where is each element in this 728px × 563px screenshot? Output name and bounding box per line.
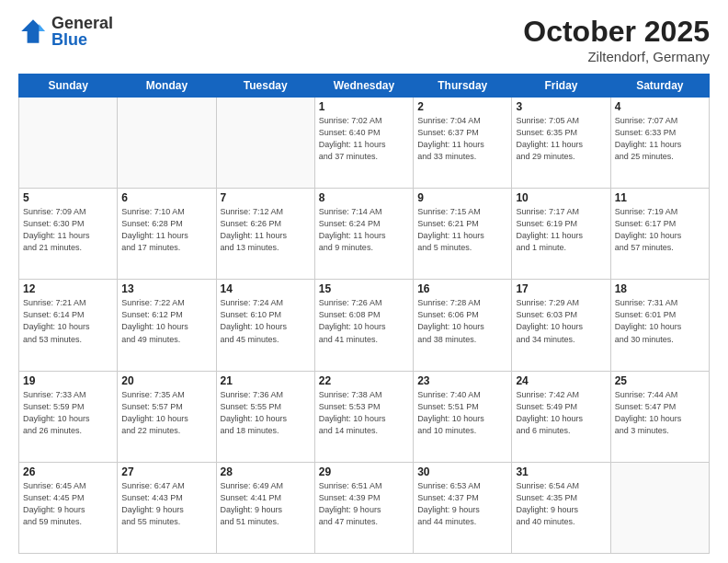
day-number: 25: [615, 374, 705, 387]
calendar-week-row: 19Sunrise: 7:33 AM Sunset: 5:59 PM Dayli…: [19, 371, 710, 462]
calendar-cell: 18Sunrise: 7:31 AM Sunset: 6:01 PM Dayli…: [610, 280, 709, 371]
day-info: Sunrise: 7:02 AM Sunset: 6:40 PM Dayligh…: [319, 115, 409, 163]
day-of-week-header: Monday: [118, 75, 216, 98]
day-number: 6: [121, 191, 211, 204]
calendar-week-row: 5Sunrise: 7:09 AM Sunset: 6:30 PM Daylig…: [19, 189, 710, 280]
day-info: Sunrise: 7:15 AM Sunset: 6:21 PM Dayligh…: [417, 206, 507, 254]
calendar-header-row: SundayMondayTuesdayWednesdayThursdayFrid…: [19, 75, 710, 98]
calendar-cell: 3Sunrise: 7:05 AM Sunset: 6:35 PM Daylig…: [512, 98, 610, 189]
calendar-cell: 20Sunrise: 7:35 AM Sunset: 5:57 PM Dayli…: [118, 371, 216, 462]
day-number: 12: [23, 282, 113, 295]
day-number: 16: [417, 282, 507, 295]
calendar-cell: 16Sunrise: 7:28 AM Sunset: 6:06 PM Dayli…: [414, 280, 512, 371]
calendar-week-row: 26Sunrise: 6:45 AM Sunset: 4:45 PM Dayli…: [19, 462, 710, 553]
day-info: Sunrise: 6:45 AM Sunset: 4:45 PM Dayligh…: [23, 480, 113, 528]
logo-text: General Blue: [51, 15, 113, 48]
calendar-cell: 31Sunrise: 6:54 AM Sunset: 4:35 PM Dayli…: [512, 462, 610, 553]
calendar-cell: 12Sunrise: 7:21 AM Sunset: 6:14 PM Dayli…: [19, 280, 118, 371]
title-block: October 2025 Ziltendorf, Germany: [523, 15, 710, 64]
svg-marker-1: [39, 24, 44, 31]
day-of-week-header: Tuesday: [216, 75, 314, 98]
calendar-cell: 14Sunrise: 7:24 AM Sunset: 6:10 PM Dayli…: [216, 280, 314, 371]
calendar-cell: 24Sunrise: 7:42 AM Sunset: 5:49 PM Dayli…: [512, 371, 610, 462]
calendar-cell: 25Sunrise: 7:44 AM Sunset: 5:47 PM Dayli…: [610, 371, 709, 462]
day-info: Sunrise: 7:28 AM Sunset: 6:06 PM Dayligh…: [417, 297, 507, 345]
day-number: 11: [615, 191, 705, 204]
calendar-cell: 13Sunrise: 7:22 AM Sunset: 6:12 PM Dayli…: [118, 280, 216, 371]
calendar-cell: 2Sunrise: 7:04 AM Sunset: 6:37 PM Daylig…: [414, 98, 512, 189]
location: Ziltendorf, Germany: [523, 49, 710, 64]
calendar-cell: 1Sunrise: 7:02 AM Sunset: 6:40 PM Daylig…: [314, 98, 413, 189]
day-number: 21: [221, 374, 311, 387]
logo-icon: [18, 17, 48, 46]
calendar-cell: 4Sunrise: 7:07 AM Sunset: 6:33 PM Daylig…: [610, 98, 709, 189]
day-info: Sunrise: 7:12 AM Sunset: 6:26 PM Dayligh…: [221, 206, 311, 254]
day-of-week-header: Saturday: [610, 75, 709, 98]
day-info: Sunrise: 7:36 AM Sunset: 5:55 PM Dayligh…: [221, 389, 311, 437]
calendar-week-row: 1Sunrise: 7:02 AM Sunset: 6:40 PM Daylig…: [19, 98, 710, 189]
calendar-cell: 17Sunrise: 7:29 AM Sunset: 6:03 PM Dayli…: [512, 280, 610, 371]
calendar-cell: [118, 98, 216, 189]
day-number: 1: [319, 100, 409, 113]
day-info: Sunrise: 6:49 AM Sunset: 4:41 PM Dayligh…: [221, 480, 311, 528]
day-info: Sunrise: 7:17 AM Sunset: 6:19 PM Dayligh…: [516, 206, 606, 254]
day-of-week-header: Thursday: [414, 75, 512, 98]
calendar-cell: 5Sunrise: 7:09 AM Sunset: 6:30 PM Daylig…: [19, 189, 118, 280]
day-number: 31: [516, 465, 606, 478]
calendar-cell: [610, 462, 709, 553]
calendar-cell: 19Sunrise: 7:33 AM Sunset: 5:59 PM Dayli…: [19, 371, 118, 462]
day-info: Sunrise: 7:04 AM Sunset: 6:37 PM Dayligh…: [417, 115, 507, 163]
day-number: 5: [23, 191, 113, 204]
day-info: Sunrise: 7:19 AM Sunset: 6:17 PM Dayligh…: [615, 206, 705, 254]
day-number: 14: [221, 282, 311, 295]
calendar-cell: 27Sunrise: 6:47 AM Sunset: 4:43 PM Dayli…: [118, 462, 216, 553]
day-info: Sunrise: 6:51 AM Sunset: 4:39 PM Dayligh…: [319, 480, 409, 528]
day-number: 19: [23, 374, 113, 387]
day-info: Sunrise: 6:53 AM Sunset: 4:37 PM Dayligh…: [417, 480, 507, 528]
day-of-week-header: Wednesday: [314, 75, 413, 98]
day-info: Sunrise: 7:14 AM Sunset: 6:24 PM Dayligh…: [319, 206, 409, 254]
day-number: 24: [516, 374, 606, 387]
logo-general-text: General: [51, 15, 113, 31]
day-info: Sunrise: 7:22 AM Sunset: 6:12 PM Dayligh…: [121, 297, 211, 345]
page: General Blue October 2025 Ziltendorf, Ge…: [0, 0, 728, 563]
calendar-cell: 15Sunrise: 7:26 AM Sunset: 6:08 PM Dayli…: [314, 280, 413, 371]
day-number: 27: [121, 465, 211, 478]
day-of-week-header: Sunday: [19, 75, 118, 98]
day-number: 17: [516, 282, 606, 295]
day-number: 22: [319, 374, 409, 387]
day-number: 26: [23, 465, 113, 478]
day-number: 23: [417, 374, 507, 387]
day-info: Sunrise: 7:40 AM Sunset: 5:51 PM Dayligh…: [417, 389, 507, 437]
calendar-cell: 21Sunrise: 7:36 AM Sunset: 5:55 PM Dayli…: [216, 371, 314, 462]
calendar-table: SundayMondayTuesdayWednesdayThursdayFrid…: [18, 74, 710, 554]
day-number: 20: [121, 374, 211, 387]
day-info: Sunrise: 7:31 AM Sunset: 6:01 PM Dayligh…: [615, 297, 705, 345]
day-number: 29: [319, 465, 409, 478]
day-info: Sunrise: 7:42 AM Sunset: 5:49 PM Dayligh…: [516, 389, 606, 437]
day-info: Sunrise: 7:21 AM Sunset: 6:14 PM Dayligh…: [23, 297, 113, 345]
day-number: 3: [516, 100, 606, 113]
day-info: Sunrise: 7:35 AM Sunset: 5:57 PM Dayligh…: [121, 389, 211, 437]
day-info: Sunrise: 7:33 AM Sunset: 5:59 PM Dayligh…: [23, 389, 113, 437]
calendar-cell: 10Sunrise: 7:17 AM Sunset: 6:19 PM Dayli…: [512, 189, 610, 280]
day-info: Sunrise: 7:29 AM Sunset: 6:03 PM Dayligh…: [516, 297, 606, 345]
calendar-week-row: 12Sunrise: 7:21 AM Sunset: 6:14 PM Dayli…: [19, 280, 710, 371]
day-info: Sunrise: 7:26 AM Sunset: 6:08 PM Dayligh…: [319, 297, 409, 345]
day-number: 28: [221, 465, 311, 478]
day-number: 9: [417, 191, 507, 204]
day-info: Sunrise: 7:44 AM Sunset: 5:47 PM Dayligh…: [615, 389, 705, 437]
calendar-cell: 23Sunrise: 7:40 AM Sunset: 5:51 PM Dayli…: [414, 371, 512, 462]
day-number: 13: [121, 282, 211, 295]
calendar-cell: 8Sunrise: 7:14 AM Sunset: 6:24 PM Daylig…: [314, 189, 413, 280]
day-info: Sunrise: 7:24 AM Sunset: 6:10 PM Dayligh…: [221, 297, 311, 345]
day-number: 2: [417, 100, 507, 113]
day-number: 4: [615, 100, 705, 113]
day-info: Sunrise: 6:54 AM Sunset: 4:35 PM Dayligh…: [516, 480, 606, 528]
calendar-cell: [216, 98, 314, 189]
logo: General Blue: [18, 15, 113, 48]
day-number: 18: [615, 282, 705, 295]
day-number: 30: [417, 465, 507, 478]
day-number: 10: [516, 191, 606, 204]
day-info: Sunrise: 7:07 AM Sunset: 6:33 PM Dayligh…: [615, 115, 705, 163]
